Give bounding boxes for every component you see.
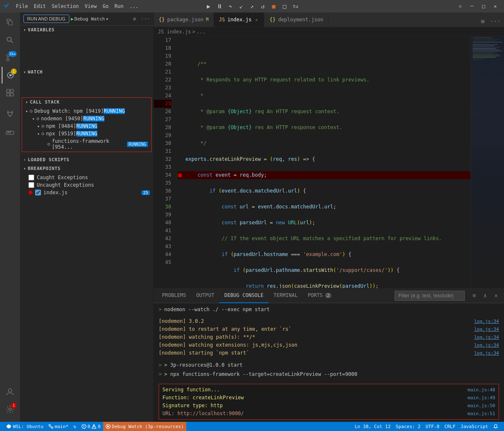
status-spaces[interactable]: Spaces: 2 [393,422,423,431]
status-wsl[interactable]: WSL: Ubuntu [3,422,46,431]
breakpoint-index-js[interactable]: index.js 25 [20,189,153,196]
breakpoints-section-header[interactable]: ▾ BREAKPOINTS [20,164,153,173]
settings-activity-icon[interactable]: 1 [2,401,18,418]
breakpoints-button[interactable]: □ [280,1,290,11]
terminal-tab[interactable]: TERMINAL [268,289,303,303]
debug-more-button[interactable]: ··· [141,14,150,23]
output-link-1[interactable]: main.js:48 [468,386,495,394]
status-language[interactable]: JavaScript [458,422,491,431]
tab-package-json[interactable]: {} package.json M [154,13,214,27]
svg-point-6 [7,58,9,61]
call-stack-group-4[interactable]: ▾ ⚙ npx [9519] RUNNING [22,130,151,137]
breadcrumb-path[interactable]: ... [197,29,206,35]
call-stack-group-3[interactable]: ▾ ⚙ npm [9484] RUNNING [22,122,151,130]
close-button[interactable]: ✕ [490,2,501,11]
step-over-button[interactable]: ↷ [225,1,236,11]
log-link-5[interactable]: log.js:34 [474,349,499,357]
explorer-icon[interactable] [2,14,18,31]
menu-go[interactable]: Go [100,3,111,10]
uncaught-exceptions-checkbox[interactable] [28,182,34,188]
account-icon[interactable] [2,383,18,400]
run-debug-icon[interactable]: 1 1 [2,67,18,84]
menu-run[interactable]: Run [112,3,126,10]
split-editor-button[interactable]: ⊞ [477,16,488,27]
status-notifications[interactable] [491,422,501,431]
pause-button[interactable]: ⏸ [215,1,225,11]
output-link-4[interactable]: main.js:51 [468,410,495,418]
status-debug-session[interactable]: Debug Watch (3p-resources) [103,422,186,431]
uncaught-exceptions-label: Uncaught Exceptions [37,182,94,188]
status-errors[interactable]: 0 0 [79,422,103,431]
breadcrumb-sep: > [192,29,195,35]
call-stack-group-1[interactable]: ▾ ⚙ Debug Watch: npm [9419] RUNNING [22,107,151,115]
log-link-4[interactable]: log.js:34 [474,341,499,349]
status-encoding[interactable]: UTF-8 [423,422,442,431]
output-link-2[interactable]: main.js:49 [468,394,495,402]
settings-icon[interactable]: ⚙ [455,2,466,11]
menu-file[interactable]: File [13,3,30,10]
group4-chevron-icon: ▾ [37,132,40,136]
call-stack-label: CALL STACK [30,99,60,105]
tab-index-js-close[interactable]: ✕ [254,17,259,23]
menu-more[interactable]: ... [127,3,141,10]
debug-config-dropdown[interactable]: ▶ Debug Watch ▾ [71,16,109,22]
step-out-button[interactable]: ↗ [247,1,257,11]
debug-console-tab-label: DEBUG CONSOLE [224,292,263,298]
test-icon[interactable] [2,105,18,122]
debug-settings-button[interactable]: ⚙ [130,14,139,23]
log-link-2[interactable]: log.js:34 [474,325,499,333]
code-content[interactable]: /** * Responds to any HTTP request relat… [175,36,471,288]
status-branch[interactable]: main* [46,422,71,431]
run-and-debug-button[interactable]: RUN AND DEBUG [23,15,69,23]
extensions-icon[interactable] [2,84,18,101]
source-control-icon[interactable]: 1k+ [2,49,18,66]
debug-config-select[interactable]: tu [291,1,301,11]
search-icon[interactable] [2,32,18,48]
ports-tab[interactable]: PORTS 2 [303,289,337,303]
docker-icon[interactable] [2,124,18,141]
menu-view[interactable]: View [82,3,99,10]
debug-console-filter[interactable] [395,291,465,301]
breakpoint-uncaught-exceptions[interactable]: Uncaught Exceptions [20,181,153,189]
menu-selection[interactable]: Selection [49,3,81,10]
call-stack-group-2[interactable]: ▾ ⚙ nodemon [9450] RUNNING [22,115,151,122]
status-sync[interactable]: ↻ [71,422,79,431]
panel-collapse-button[interactable]: ∧ [481,291,490,300]
maximize-button[interactable]: □ [478,2,489,11]
indexjs-checkbox[interactable] [35,190,41,195]
restart-button[interactable]: ↺ [258,1,268,11]
status-position[interactable]: Ln 38, Col 12 [352,422,393,431]
loaded-scripts-label: LOADED SCRIPTS [28,157,70,162]
breadcrumb-file[interactable]: JS index.js [158,29,191,35]
log-link-3[interactable]: log.js:34 [474,333,499,341]
cmd-arrow-1: > [159,305,162,314]
tab-index-js[interactable]: JS index.js ✕ [214,13,264,27]
call-stack-item-5[interactable]: ⚙ functions-framework [954... RUNNING [22,137,151,151]
debug-console-tab[interactable]: DEBUG CONSOLE [219,289,268,303]
tab-deployment-json[interactable]: {} deployment.json [264,13,329,27]
loaded-scripts-header[interactable]: › LOADED SCRIPTS [20,155,153,164]
wrap-lines-button[interactable]: ≡ [470,291,479,300]
problems-tab[interactable]: PROBLEMS [157,289,191,303]
status-bar: WSL: Ubuntu main* ↻ 0 0 Debug Wa [0,422,504,431]
caught-exceptions-checkbox[interactable] [28,175,34,180]
call-stack-section-header[interactable]: ▾ CALL STACK [22,98,151,106]
status-eol[interactable]: CRLF [442,422,458,431]
stop-button[interactable]: ■ [269,1,279,11]
menu-edit[interactable]: Edit [31,3,48,10]
step-into-button[interactable]: ↙ [236,1,246,11]
output-link-3[interactable]: main.js:50 [468,402,495,410]
debug-config-name: Debug Watch [74,16,105,22]
breakpoint-caught-exceptions[interactable]: Caught Exceptions [20,174,153,181]
more-actions-button[interactable]: ··· [490,16,501,27]
minimize-button[interactable]: ─ [466,2,477,11]
panel-close-button[interactable]: ✕ [491,291,501,300]
watch-section-header[interactable]: ▾ WATCH [20,68,153,76]
group1-chevron-icon: ▾ [25,109,28,114]
sidebar-scroll: ▾ VARIABLES ▾ WATCH ▾ CALL STACK [20,25,153,422]
output-tab[interactable]: OUTPUT [191,289,219,303]
continue-button[interactable]: ▶ [204,1,214,11]
log-link-1[interactable]: log.js:34 [474,317,499,325]
variables-section-header[interactable]: ▾ VARIABLES [20,25,153,34]
remote-icon [6,423,12,429]
